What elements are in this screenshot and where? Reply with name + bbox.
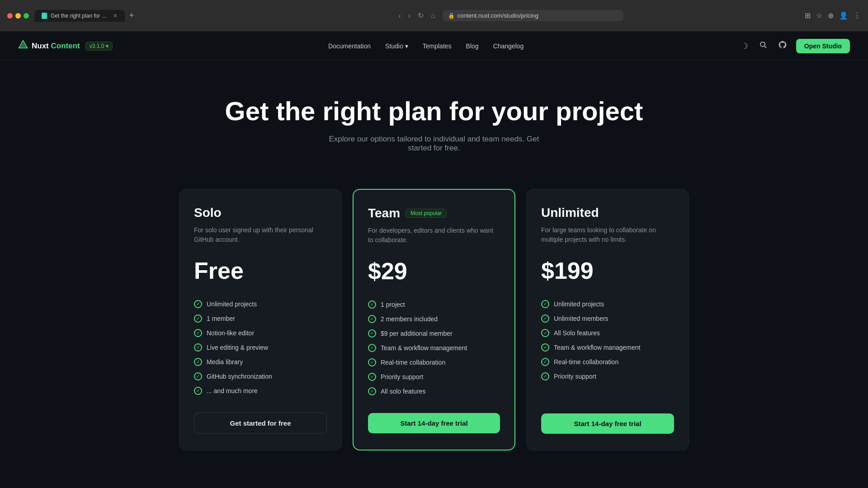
feature-text: Real-time collaboration <box>381 359 445 366</box>
theme-toggle-icon[interactable]: ☽ <box>739 39 750 53</box>
back-button[interactable]: ‹ <box>396 10 402 22</box>
profile-icon[interactable]: 👤 <box>839 11 848 20</box>
feature-text: Notion-like editor <box>207 329 254 337</box>
feature-item: ✓ ... and much more <box>194 384 327 398</box>
feature-item: ✓ 1 member <box>194 311 327 326</box>
plan-price-solo: Free <box>194 257 327 284</box>
feature-text: Unlimited members <box>554 315 609 322</box>
svg-line-4 <box>764 46 766 48</box>
close-window-button[interactable] <box>7 13 13 19</box>
feature-item: ✓ Live editing & preview <box>194 340 327 355</box>
logo-text: Nuxt Content <box>32 42 80 51</box>
plan-card-solo: Solo For solo user signed up with their … <box>179 189 342 450</box>
lock-icon: 🔒 <box>448 13 455 19</box>
nav-blog-label: Blog <box>466 42 479 50</box>
bookmark-icon[interactable]: ☆ <box>816 11 822 20</box>
version-label: v3.1.0 <box>90 43 104 49</box>
plan-card-unlimited: Unlimited For large teams looking to col… <box>526 189 689 450</box>
check-icon: ✓ <box>541 343 549 352</box>
menu-icon[interactable]: ⋮ <box>854 11 861 20</box>
feature-text: Unlimited projects <box>554 300 604 308</box>
feature-item: ✓ 1 project <box>368 297 500 312</box>
browser-tab[interactable]: Get the right plan for your pr... ✕ <box>34 10 125 22</box>
browser-chrome: Get the right plan for your pr... ✕ + ‹ … <box>0 0 868 32</box>
pricing-section: Solo For solo user signed up with their … <box>0 180 868 487</box>
address-bar[interactable]: 🔒 content.nuxt.com/studio/pricing <box>443 10 623 21</box>
hero-title: Get the right plan for your project <box>18 97 850 126</box>
nav-documentation[interactable]: Documentation <box>328 42 371 50</box>
svg-point-3 <box>760 42 765 47</box>
feature-text: Team & workflow management <box>554 344 640 351</box>
feature-item: ✓ Team & workflow management <box>541 340 674 355</box>
check-icon: ✓ <box>368 300 376 309</box>
feature-text: 2 members included <box>381 315 438 323</box>
check-icon: ✓ <box>194 300 202 308</box>
check-icon: ✓ <box>368 358 376 366</box>
studio-chevron-icon: ▾ <box>405 42 408 50</box>
check-icon: ✓ <box>368 329 376 338</box>
nav-blog[interactable]: Blog <box>466 42 479 50</box>
check-icon: ✓ <box>194 314 202 323</box>
forward-button[interactable]: › <box>406 10 412 22</box>
address-bar-row: 🔒 content.nuxt.com/studio/pricing <box>443 10 799 21</box>
solo-cta-button[interactable]: Get started for free <box>194 413 327 434</box>
refresh-button[interactable]: ↻ <box>416 9 425 22</box>
new-tab-button[interactable]: + <box>127 10 137 21</box>
tab-favicon <box>42 13 47 19</box>
version-badge[interactable]: v3.1.0 ▾ <box>85 42 113 51</box>
nav-templates-label: Templates <box>423 42 452 50</box>
feature-item: ✓ Priority support <box>541 369 674 384</box>
tab-close-icon[interactable]: ✕ <box>113 13 118 19</box>
plan-description-solo: For solo user signed up with their perso… <box>194 225 327 244</box>
check-icon: ✓ <box>368 387 376 395</box>
navbar-center: Documentation Studio ▾ Templates Blog Ch… <box>328 42 524 50</box>
logo[interactable]: Nuxt Content <box>18 40 80 52</box>
nav-controls: ‹ › ↻ ⌂ <box>396 9 437 22</box>
nav-documentation-label: Documentation <box>328 42 371 50</box>
feature-text: Priority support <box>554 373 596 380</box>
feature-text: Real-time collaboration <box>554 358 618 366</box>
check-icon: ✓ <box>541 372 549 380</box>
search-icon[interactable] <box>757 39 769 53</box>
plan-name-solo: Solo <box>194 206 222 220</box>
check-icon: ✓ <box>541 300 549 308</box>
check-icon: ✓ <box>194 343 202 352</box>
plan-price-team: $29 <box>368 258 500 285</box>
nav-studio[interactable]: Studio ▾ <box>385 42 408 50</box>
feature-item: ✓ All Solo features <box>541 326 674 340</box>
extensions-icon[interactable]: ⊕ <box>828 11 834 20</box>
home-button[interactable]: ⌂ <box>429 10 437 22</box>
tab-bar: Get the right plan for your pr... ✕ + <box>34 10 391 22</box>
nav-changelog[interactable]: Changelog <box>493 42 524 50</box>
minimize-window-button[interactable] <box>15 13 21 19</box>
check-icon: ✓ <box>194 358 202 366</box>
feature-text: All solo features <box>381 388 426 395</box>
github-icon[interactable] <box>776 38 789 53</box>
unlimited-cta-button[interactable]: Start 14-day free trial <box>541 413 674 434</box>
nav-changelog-label: Changelog <box>493 42 524 50</box>
hero-section: Get the right plan for your project Expl… <box>0 61 868 180</box>
feature-item: ✓ GitHub synchronization <box>194 369 327 384</box>
feature-text: 1 project <box>381 301 405 308</box>
chevron-down-icon: ▾ <box>106 43 108 49</box>
traffic-lights <box>7 13 29 19</box>
maximize-window-button[interactable] <box>24 13 29 19</box>
check-icon: ✓ <box>368 344 376 352</box>
navbar: Nuxt Content v3.1.0 ▾ Documentation Stud… <box>0 32 868 61</box>
feature-text: Live editing & preview <box>207 344 268 351</box>
open-studio-button[interactable]: Open Studio <box>796 39 850 53</box>
nav-templates[interactable]: Templates <box>423 42 452 50</box>
plan-name-unlimited: Unlimited <box>541 206 599 220</box>
plan-name-row-solo: Solo <box>194 206 327 220</box>
feature-text: $9 per additional member <box>381 330 453 337</box>
navbar-left: Nuxt Content v3.1.0 ▾ <box>18 40 113 52</box>
feature-item: ✓ 2 members included <box>368 312 500 326</box>
team-cta-button[interactable]: Start 14-day free trial <box>368 413 500 433</box>
plan-price-unlimited: $199 <box>541 257 674 284</box>
plan-card-team: Team Most popular For developers, editor… <box>353 189 515 450</box>
popular-badge: Most popular <box>406 209 447 218</box>
svg-marker-0 <box>42 14 46 18</box>
translate-icon[interactable]: ⊞ <box>805 11 811 20</box>
plan-name-team: Team <box>368 206 400 221</box>
check-icon: ✓ <box>368 315 376 323</box>
